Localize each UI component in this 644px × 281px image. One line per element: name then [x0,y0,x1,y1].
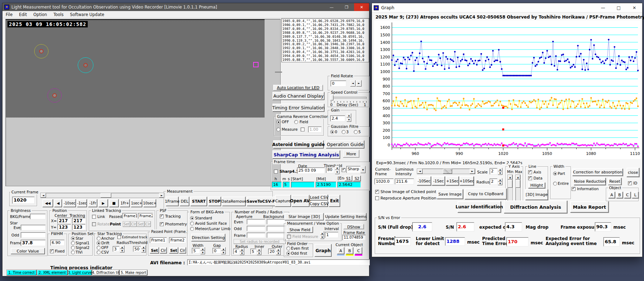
gain-input[interactable]: 2.4 [330,115,345,121]
predicted-error-field[interactable]: 170 [506,237,528,246]
graph-close-button[interactable]: close [627,168,639,177]
tracking-off-radio[interactable] [97,246,101,250]
interval-spinner[interactable] [320,231,324,239]
close-icon[interactable]: ✕ [354,3,369,11]
current-object-a[interactable]: A [337,247,344,256]
outer-spinner[interactable] [276,248,281,255]
maximize-icon[interactable]: ❐ [339,3,354,11]
pixels-odd-aperture-field[interactable] [247,226,265,231]
interval-field[interactable]: 1 [325,232,338,238]
graph-scrollbar[interactable]: ◄ ► [417,168,475,174]
graph-scroll-left-icon[interactable]: ◄ [417,169,423,174]
data-list-row[interactable]: 1989.0,137.7,"",16,06,30.0140,30.0591,16… [282,35,369,39]
frame-rate-field[interactable]: 11.074859 [342,235,366,240]
photometry-data-list[interactable]: 1985.0,89.4,"",16,06,29.6528,29.6979,16,… [281,18,369,62]
show-image-checkbox[interactable] [375,190,379,194]
limovie-titlebar[interactable]: ✦ Light Measurement tool for Occultation… [2,3,369,11]
inner-field[interactable]: 5 [250,249,256,254]
minute-field[interactable]: 5 [283,182,290,188]
exit-button[interactable]: Exit [329,195,340,207]
rotate-left-icon[interactable]: ◄ [350,80,356,87]
transport-button-4[interactable]: -1Fr [88,199,97,207]
gamma-value-field[interactable]: 1.00 [308,126,322,132]
menu-item-edit[interactable]: Edit [16,12,30,17]
second-mid-field[interactable]: 2.5190 [316,182,336,188]
transport-button-9[interactable]: 10sec+ [143,199,156,207]
gamma-field-radio[interactable] [294,120,298,124]
graph-nav-1sec[interactable]: -1Sec [432,176,445,186]
tracking-csv-radio[interactable] [97,250,101,254]
current-object-c[interactable]: C [355,247,362,256]
odd-first-radio[interactable] [286,251,290,255]
graph-button[interactable]: Graph [315,244,332,257]
transport-button-2[interactable]: -10sec [63,199,76,207]
y-center-field[interactable]: 123 [57,224,71,230]
tracking-radius-spinner[interactable] [120,245,124,253]
id-checkbox[interactable] [628,181,632,185]
noise-reduction-button[interactable]: Noise Reduction [574,178,606,185]
update-setting-items-button[interactable]: Update Setting Items [325,213,367,220]
width-spinner[interactable] [200,247,205,254]
passed-frame2-field[interactable]: Frame2 [169,237,186,243]
timing-tab-2[interactable]: 2. XML element [37,270,67,275]
menu-item-option[interactable]: Option [30,12,50,17]
information-checkbox[interactable] [572,187,576,191]
tracking-threshold-field[interactable]: 50 [133,246,141,252]
line-data-checkbox[interactable] [528,176,532,180]
star-odd-field[interactable] [21,232,46,238]
measure-button-1frame[interactable]: 1Frame [166,197,179,206]
bkg-meteor-radio[interactable] [190,227,194,231]
graph-maximize-icon[interactable]: □ [611,3,627,12]
gaussian-3-radio[interactable] [342,130,346,134]
yaxis-max-up-icon[interactable]: ▲ [516,175,520,179]
s1-button[interactable]: S1 [344,176,352,181]
posset-signal1-radio[interactable] [71,241,75,245]
speed-slider[interactable] [330,97,367,99]
psf-tracking-checkbox[interactable] [160,214,164,218]
audio-channel-button[interactable]: Audio Channel Display [272,92,324,100]
current-frame-field[interactable]: 1020 [12,197,35,204]
inner-spinner[interactable] [257,248,261,255]
copy-clipboard-button[interactable]: Copy to ClipBoard [465,188,507,199]
gamma-off-radio[interactable] [276,120,280,124]
passed-frame1-field[interactable]: Frame1 [150,237,167,243]
pixels-frame-aperture-field[interactable] [247,233,265,238]
x-tracking-field[interactable]: 217 [72,218,86,224]
sn-full-field[interactable]: 2.6 [412,222,432,231]
transport-button-5[interactable]: ▶ [98,199,108,207]
passed-set1-button[interactable]: Set [150,247,159,254]
transport-button-1[interactable]: ◀ [54,199,62,207]
operation-guide-button[interactable]: Operation Guide [326,140,364,149]
pixels-odd-bkg-field[interactable] [267,226,285,231]
video-frame[interactable]: 2025 03 09 16:05:02:582 [6,19,265,118]
fwhm-fixed-checkbox[interactable] [50,249,54,253]
sharpcap-timing-button[interactable]: SharpCap Timing Analysis [272,150,340,159]
timing-tab-4[interactable]: 4. Diffraction tit [92,270,119,275]
psf-photometry-checkbox[interactable] [160,222,164,226]
sharp-mode-checkbox[interactable] [342,168,346,172]
field-rotate-input[interactable]: 0 [331,80,346,87]
second-start-field[interactable] [291,182,315,188]
3d-image-button[interactable]: [3D] Image [525,189,548,200]
hour-field[interactable]: 16 [272,182,282,188]
rotate-checkbox[interactable] [92,222,96,226]
scroll-left-icon[interactable]: ◄ [41,193,46,198]
graph-current-frame-field[interactable]: 1020.0 [374,178,394,184]
speed-slider-thumb[interactable] [330,95,333,100]
x-center-field[interactable]: 217 [57,218,71,224]
fresnel-field[interactable]: 1675 [394,237,411,246]
gap-spinner[interactable] [221,247,226,254]
pixels-frame-bkg-field[interactable] [267,233,285,238]
transport-button-3[interactable]: -1sec [77,199,87,207]
lower-limit-field[interactable]: 1288 [445,237,465,246]
gamma-measure-radio[interactable] [276,128,280,131]
threshold-field[interactable]: 80 [326,167,334,173]
transport-button-7[interactable]: 1Fr+ [120,199,130,207]
outer-field[interactable]: 20 [268,249,276,254]
gamma-checkbox[interactable] [301,128,305,131]
transport-button-6[interactable]: ■ [109,199,119,207]
yaxis-min-up-icon[interactable]: ▲ [508,175,512,179]
frame-exposure-field[interactable]: 90.3 [595,222,611,231]
tracking-radius-field[interactable]: 3 [113,246,119,252]
measure-button-del[interactable]: DEL [180,197,189,206]
